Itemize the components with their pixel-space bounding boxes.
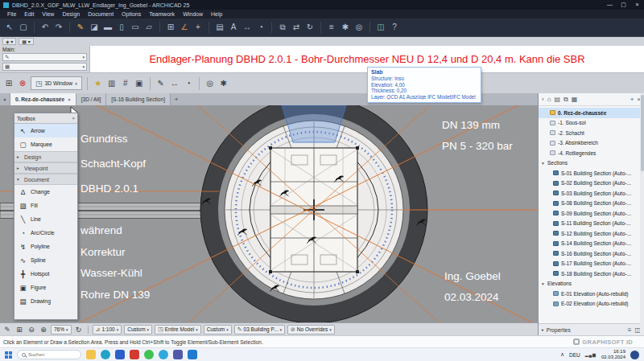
tree-item[interactable]: S-18 Building Section (Auto-...	[539, 269, 644, 279]
tree-item[interactable]: S-01 Building Section (Auto-...	[539, 168, 644, 178]
layout-book-icon[interactable]: ▦	[572, 96, 578, 104]
toolbox-section-viewpoint[interactable]: ▸Viewpoint	[14, 162, 77, 174]
marquee-icon[interactable]: ▢	[18, 19, 29, 35]
menu-item-edit[interactable]: Edit	[20, 10, 38, 18]
detail-icon[interactable]: ◔	[183, 79, 194, 88]
back-icon[interactable]: ‹	[542, 96, 544, 104]
settings-icon[interactable]: ✱	[340, 19, 351, 35]
dimension-icon[interactable]: ↔	[242, 19, 253, 35]
edge-icon[interactable]	[101, 350, 110, 359]
tree-item[interactable]: S-16 Building Section (Auto-...	[539, 248, 644, 259]
snap-guides-icon[interactable]: ∠	[179, 19, 190, 35]
tab-overflow-button[interactable]: ▾	[0, 93, 10, 105]
tree-story[interactable]: -4. Rotliegendes	[539, 148, 644, 158]
favorite-combo[interactable]: ✎▾	[2, 53, 87, 61]
search-icon[interactable]: ◎	[353, 19, 365, 35]
scrollbar[interactable]	[640, 93, 644, 335]
3d-window-button[interactable]: ◳ 3D Window ▾	[31, 76, 82, 90]
search-input[interactable]	[28, 352, 72, 357]
arc-icon[interactable]: ◔	[255, 19, 266, 35]
polyline-tool[interactable]: ↯Polyline	[14, 240, 77, 253]
tab-2[interactable]: [3D / All]	[76, 93, 107, 105]
network-icon[interactable]: ▂▄▆	[585, 352, 597, 357]
tab-3[interactable]: [S-16 Building Section]	[106, 93, 171, 105]
dimension2-icon[interactable]: ↔	[169, 79, 180, 88]
layer-settings-button[interactable]: ▦ ▾	[19, 38, 33, 45]
menu-item-file[interactable]: File	[3, 10, 20, 18]
favorites-icon[interactable]: ★	[93, 79, 104, 88]
tree-item[interactable]: S-17 Building Section (Auto-...	[539, 259, 644, 269]
grid-icon[interactable]: ⊞	[165, 19, 176, 35]
drawing-tool[interactable]: ▤Drawing	[14, 294, 77, 308]
taskbar-search[interactable]	[17, 350, 81, 359]
toolbox-title-bar[interactable]: Toolbox ×	[14, 113, 77, 124]
gravity-icon[interactable]: +	[192, 19, 204, 35]
tree-item[interactable]: S-14 Building Section (Auto-...	[539, 239, 644, 249]
zoom-in-icon[interactable]: ⊕	[39, 326, 48, 334]
tree-item[interactable]: E-01 Elevation (Auto-rebuild)	[539, 289, 644, 299]
view-map-icon[interactable]: ⧉	[564, 96, 568, 104]
tree-item[interactable]: E-02 Elevation (Auto-rebuild)	[539, 299, 644, 310]
scrollbar-thumb[interactable]	[641, 95, 644, 171]
arc-circle-tool[interactable]: ◔Arc/Circle	[14, 226, 77, 240]
menu-item-options[interactable]: Options	[118, 10, 145, 18]
close-button[interactable]: ×	[630, 0, 644, 10]
beam-icon[interactable]: ▭	[130, 19, 141, 35]
layers-icon[interactable]: ≡	[326, 19, 337, 35]
start-button[interactable]	[5, 351, 12, 359]
figure-tool[interactable]: ▣Figure	[14, 281, 77, 294]
pen-set-button[interactable]: ◈ ▾	[2, 38, 16, 45]
project-map-icon[interactable]: ▤	[555, 96, 561, 104]
help-icon[interactable]: ?	[389, 19, 400, 35]
pen-set-combo[interactable]: ✎03 Building P...▾	[234, 325, 285, 334]
scale-combo[interactable]: ⊿1:100▾	[93, 325, 122, 334]
zoom-tool-icon[interactable]: ◎	[204, 79, 216, 88]
hotspot-tool[interactable]: ╋Hotspot	[14, 267, 77, 281]
slab-icon[interactable]: ▱	[143, 19, 155, 35]
tree-group-sections[interactable]: ▾Sections	[539, 158, 644, 169]
tree-story[interactable]: -1. Sous-sol	[539, 118, 644, 129]
spline-tool[interactable]: ∿Spline	[14, 253, 77, 267]
column-icon[interactable]: ▯	[116, 19, 127, 35]
zoom-combo[interactable]: 76%▾	[51, 325, 72, 334]
redo-icon[interactable]: ↷	[53, 19, 64, 35]
pen-settings-icon[interactable]: ✎	[2, 326, 12, 334]
tree-group-elevations[interactable]: ▾Elevations	[539, 279, 644, 289]
tab-1[interactable]: 0. Rez-de-chaussée×	[10, 93, 76, 105]
markup-icon[interactable]: ✎	[155, 79, 167, 88]
text-icon[interactable]: A	[228, 19, 239, 35]
menu-item-design[interactable]: Design	[58, 10, 84, 18]
options-icon[interactable]: ✱	[218, 79, 229, 88]
rotate-icon[interactable]: ↻	[304, 19, 316, 35]
notification-badge[interactable]	[630, 351, 639, 359]
maximize-button[interactable]: ▢	[617, 0, 630, 10]
properties-bar[interactable]: ▸ Properties ≡◫	[539, 323, 644, 335]
tree-story[interactable]: 0. Rez-de-chaussée	[539, 108, 644, 118]
panel-options-icon[interactable]: ≡	[628, 326, 632, 334]
line-tool[interactable]: ╲Line	[14, 212, 77, 226]
home-icon[interactable]: ⌂	[547, 96, 551, 104]
select-arrow-icon[interactable]: ↖	[4, 19, 15, 35]
file-explorer-icon[interactable]	[86, 350, 96, 359]
teamwork-icon[interactable]: ◫	[375, 19, 386, 35]
layer-combo[interactable]: Custom▾	[124, 325, 152, 334]
layouts-icon[interactable]: ▥	[106, 79, 118, 88]
tree-item[interactable]: S-08 Building Section (Auto-...	[539, 199, 644, 209]
undo-icon[interactable]: ↶	[39, 19, 51, 35]
menu-item-help[interactable]: Help	[207, 10, 226, 18]
wall-icon[interactable]: ▬	[102, 19, 114, 35]
keyboard-language[interactable]: DEU	[569, 352, 580, 358]
tree-item[interactable]: S-11 Building Section (Auto-...	[539, 219, 644, 229]
group-icon[interactable]: ⧉	[277, 19, 288, 35]
change-tool[interactable]: ΔChange	[14, 185, 77, 199]
section-marker-icon[interactable]: #	[120, 79, 131, 88]
menu-item-view[interactable]: View	[38, 10, 58, 18]
tree-story[interactable]: -3. Absinkbereich	[539, 138, 644, 149]
fill-tool[interactable]: ▨Fill	[14, 199, 77, 212]
camera-icon[interactable]: ▣	[134, 79, 145, 88]
overrides-combo[interactable]: ⊘No Overrides▾	[287, 325, 335, 334]
toolbox-section-document[interactable]: ▾Document	[14, 174, 77, 185]
model-filter-combo[interactable]: ◳Entire Model▾	[155, 325, 201, 334]
whatsapp-icon[interactable]	[144, 350, 154, 359]
arrow-tool[interactable]: ↖Arrow	[14, 124, 77, 137]
